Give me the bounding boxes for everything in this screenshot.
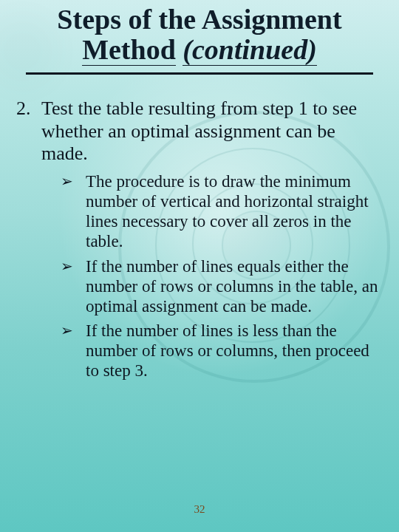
title-block: Steps of the Assignment Method (continue… [15, 4, 384, 75]
list-item: ➢ If the number of lines is less than th… [61, 321, 380, 381]
page-number: 32 [0, 503, 399, 516]
title-continued: (continued) [183, 34, 317, 66]
step-number: 2. [16, 98, 38, 120]
bullet-text: The procedure is to draw the minimum num… [86, 172, 369, 250]
list-item: ➢ The procedure is to draw the minimum n… [61, 171, 380, 252]
title-line-2-main: Method [82, 34, 176, 66]
bullet-list: ➢ The procedure is to draw the minimum n… [16, 171, 383, 381]
title-rule [26, 72, 373, 75]
bullet-text: If the number of lines equals either the… [86, 257, 378, 316]
slide-title: Steps of the Assignment Method (continue… [15, 4, 384, 65]
arrow-icon: ➢ [61, 258, 73, 276]
arrow-icon: ➢ [61, 173, 73, 191]
bullet-text: If the number of lines is less than the … [86, 321, 369, 380]
list-item: ➢ If the number of lines equals either t… [61, 256, 380, 316]
title-line-1: Steps of the Assignment [57, 4, 341, 35]
arrow-icon: ➢ [61, 322, 73, 340]
body-content: 2. Test the table resulting from step 1 … [16, 98, 383, 385]
slide: Steps of the Assignment Method (continue… [0, 0, 399, 532]
step-text: Test the table resulting from step 1 to … [41, 98, 378, 166]
